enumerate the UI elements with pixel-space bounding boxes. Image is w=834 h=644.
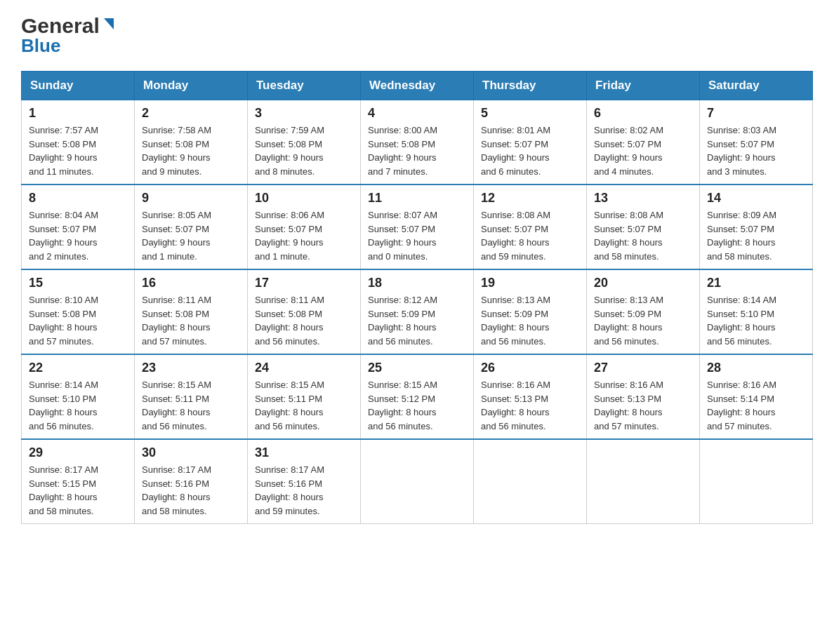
day-info: Sunrise: 8:14 AMSunset: 5:10 PMDaylight:… [29, 378, 127, 433]
day-number: 24 [255, 361, 353, 375]
day-header-saturday: Saturday [700, 72, 813, 100]
logo: General Blue [21, 14, 117, 57]
calendar-cell [587, 439, 700, 524]
day-header-thursday: Thursday [474, 72, 587, 100]
calendar-cell: 29Sunrise: 8:17 AMSunset: 5:15 PMDayligh… [22, 439, 135, 524]
day-info: Sunrise: 8:16 AMSunset: 5:14 PMDaylight:… [707, 378, 805, 433]
calendar-cell: 13Sunrise: 8:08 AMSunset: 5:07 PMDayligh… [587, 185, 700, 269]
calendar-cell: 25Sunrise: 8:15 AMSunset: 5:12 PMDayligh… [361, 354, 474, 439]
day-info: Sunrise: 8:13 AMSunset: 5:09 PMDaylight:… [594, 293, 692, 348]
day-info: Sunrise: 8:07 AMSunset: 5:07 PMDaylight:… [368, 208, 466, 263]
day-info: Sunrise: 8:16 AMSunset: 5:13 PMDaylight:… [594, 378, 692, 433]
day-info: Sunrise: 8:11 AMSunset: 5:08 PMDaylight:… [255, 293, 353, 348]
day-number: 17 [255, 276, 353, 290]
calendar-cell [700, 439, 813, 524]
day-number: 15 [29, 276, 127, 290]
day-header-friday: Friday [587, 72, 700, 100]
day-number: 16 [142, 276, 240, 290]
day-info: Sunrise: 8:11 AMSunset: 5:08 PMDaylight:… [142, 293, 240, 348]
calendar-week-3: 15Sunrise: 8:10 AMSunset: 5:08 PMDayligh… [22, 269, 813, 354]
calendar-cell: 2Sunrise: 7:58 AMSunset: 5:08 PMDaylight… [135, 100, 248, 185]
day-number: 31 [255, 445, 353, 460]
day-info: Sunrise: 7:59 AMSunset: 5:08 PMDaylight:… [255, 123, 353, 178]
day-number: 23 [142, 361, 240, 375]
calendar-cell: 30Sunrise: 8:17 AMSunset: 5:16 PMDayligh… [135, 439, 248, 524]
day-number: 6 [594, 106, 692, 121]
day-info: Sunrise: 8:08 AMSunset: 5:07 PMDaylight:… [594, 208, 692, 263]
day-info: Sunrise: 8:17 AMSunset: 5:16 PMDaylight:… [142, 463, 240, 518]
day-header-monday: Monday [135, 72, 248, 100]
day-number: 29 [29, 445, 127, 460]
logo-arrow-icon [101, 18, 117, 34]
calendar-cell: 8Sunrise: 8:04 AMSunset: 5:07 PMDaylight… [22, 185, 135, 269]
day-number: 19 [481, 276, 579, 290]
day-number: 30 [142, 445, 240, 460]
day-info: Sunrise: 8:06 AMSunset: 5:07 PMDaylight:… [255, 208, 353, 263]
calendar-cell: 17Sunrise: 8:11 AMSunset: 5:08 PMDayligh… [248, 269, 361, 354]
calendar-cell: 26Sunrise: 8:16 AMSunset: 5:13 PMDayligh… [474, 354, 587, 439]
calendar-week-4: 22Sunrise: 8:14 AMSunset: 5:10 PMDayligh… [22, 354, 813, 439]
logo-general-text: General [21, 14, 100, 38]
day-number: 3 [255, 106, 353, 121]
day-number: 26 [481, 361, 579, 375]
calendar-cell: 20Sunrise: 8:13 AMSunset: 5:09 PMDayligh… [587, 269, 700, 354]
day-number: 10 [255, 191, 353, 206]
day-number: 27 [594, 361, 692, 375]
day-info: Sunrise: 8:17 AMSunset: 5:16 PMDaylight:… [255, 463, 353, 518]
day-info: Sunrise: 8:00 AMSunset: 5:08 PMDaylight:… [368, 123, 466, 178]
logo-blue-text: Blue [21, 35, 60, 57]
calendar-cell: 5Sunrise: 8:01 AMSunset: 5:07 PMDaylight… [474, 100, 587, 185]
calendar-cell: 4Sunrise: 8:00 AMSunset: 5:08 PMDaylight… [361, 100, 474, 185]
day-header-sunday: Sunday [22, 72, 135, 100]
calendar-cell: 21Sunrise: 8:14 AMSunset: 5:10 PMDayligh… [700, 269, 813, 354]
day-number: 21 [707, 276, 805, 290]
day-number: 14 [707, 191, 805, 206]
day-number: 18 [368, 276, 466, 290]
day-info: Sunrise: 8:16 AMSunset: 5:13 PMDaylight:… [481, 378, 579, 433]
calendar-week-1: 1Sunrise: 7:57 AMSunset: 5:08 PMDaylight… [22, 100, 813, 185]
calendar-cell: 1Sunrise: 7:57 AMSunset: 5:08 PMDaylight… [22, 100, 135, 185]
calendar-cell [474, 439, 587, 524]
day-info: Sunrise: 8:15 AMSunset: 5:11 PMDaylight:… [255, 378, 353, 433]
day-number: 25 [368, 361, 466, 375]
day-info: Sunrise: 8:03 AMSunset: 5:07 PMDaylight:… [707, 123, 805, 178]
day-number: 2 [142, 106, 240, 121]
day-number: 4 [368, 106, 466, 121]
day-number: 8 [29, 191, 127, 206]
calendar-cell: 6Sunrise: 8:02 AMSunset: 5:07 PMDaylight… [587, 100, 700, 185]
calendar-week-5: 29Sunrise: 8:17 AMSunset: 5:15 PMDayligh… [22, 439, 813, 524]
calendar-week-2: 8Sunrise: 8:04 AMSunset: 5:07 PMDaylight… [22, 185, 813, 269]
day-number: 12 [481, 191, 579, 206]
calendar-cell: 28Sunrise: 8:16 AMSunset: 5:14 PMDayligh… [700, 354, 813, 439]
calendar-cell: 16Sunrise: 8:11 AMSunset: 5:08 PMDayligh… [135, 269, 248, 354]
day-info: Sunrise: 8:17 AMSunset: 5:15 PMDaylight:… [29, 463, 127, 518]
calendar-cell: 9Sunrise: 8:05 AMSunset: 5:07 PMDaylight… [135, 185, 248, 269]
day-info: Sunrise: 8:10 AMSunset: 5:08 PMDaylight:… [29, 293, 127, 348]
day-number: 20 [594, 276, 692, 290]
calendar-cell: 31Sunrise: 8:17 AMSunset: 5:16 PMDayligh… [248, 439, 361, 524]
day-info: Sunrise: 8:15 AMSunset: 5:12 PMDaylight:… [368, 378, 466, 433]
day-info: Sunrise: 8:15 AMSunset: 5:11 PMDaylight:… [142, 378, 240, 433]
calendar-cell: 23Sunrise: 8:15 AMSunset: 5:11 PMDayligh… [135, 354, 248, 439]
day-info: Sunrise: 8:09 AMSunset: 5:07 PMDaylight:… [707, 208, 805, 263]
day-number: 9 [142, 191, 240, 206]
day-info: Sunrise: 8:05 AMSunset: 5:07 PMDaylight:… [142, 208, 240, 263]
day-number: 1 [29, 106, 127, 121]
page-header: General Blue [21, 14, 813, 57]
calendar-cell: 27Sunrise: 8:16 AMSunset: 5:13 PMDayligh… [587, 354, 700, 439]
day-number: 5 [481, 106, 579, 121]
day-info: Sunrise: 7:58 AMSunset: 5:08 PMDaylight:… [142, 123, 240, 178]
day-number: 22 [29, 361, 127, 375]
calendar-cell: 18Sunrise: 8:12 AMSunset: 5:09 PMDayligh… [361, 269, 474, 354]
calendar-cell: 7Sunrise: 8:03 AMSunset: 5:07 PMDaylight… [700, 100, 813, 185]
day-header-tuesday: Tuesday [248, 72, 361, 100]
day-info: Sunrise: 8:01 AMSunset: 5:07 PMDaylight:… [481, 123, 579, 178]
calendar-cell: 19Sunrise: 8:13 AMSunset: 5:09 PMDayligh… [474, 269, 587, 354]
calendar-header-row: SundayMondayTuesdayWednesdayThursdayFrid… [22, 72, 813, 100]
day-info: Sunrise: 8:04 AMSunset: 5:07 PMDaylight:… [29, 208, 127, 263]
calendar-cell: 10Sunrise: 8:06 AMSunset: 5:07 PMDayligh… [248, 185, 361, 269]
day-number: 11 [368, 191, 466, 206]
day-number: 7 [707, 106, 805, 121]
day-header-wednesday: Wednesday [361, 72, 474, 100]
day-info: Sunrise: 8:12 AMSunset: 5:09 PMDaylight:… [368, 293, 466, 348]
